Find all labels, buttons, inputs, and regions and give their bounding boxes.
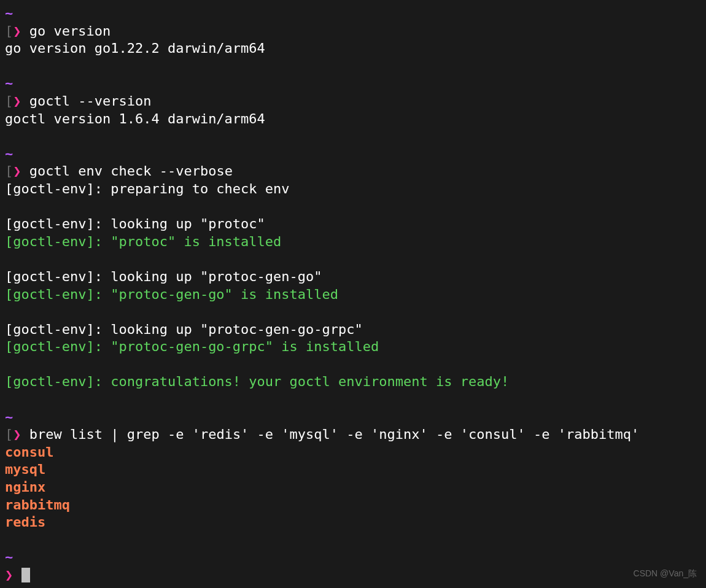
brew-result-redis: redis	[5, 514, 701, 532]
watermark: CSDN @Van_陈	[634, 568, 697, 579]
brew-result-mysql: mysql	[5, 461, 701, 479]
prompt-icon: ❯	[13, 163, 21, 179]
brew-result-consul: consul	[5, 444, 701, 462]
env-protoc-gen-go-grpc-installed: [goctl-env]: "protoc-gen-go-grpc" is ins…	[5, 338, 701, 356]
output-go-version: go version go1.22.2 darwin/arm64	[5, 40, 701, 58]
prompt-icon: ❯	[13, 93, 21, 109]
bracket: [	[5, 23, 13, 39]
env-protoc-installed: [goctl-env]: "protoc" is installed	[5, 233, 701, 251]
env-looking-protoc: [goctl-env]: looking up "protoc"	[5, 215, 701, 233]
prompt-icon: ❯	[13, 427, 21, 442]
brew-result-rabbitmq: rabbitmq	[5, 497, 701, 514]
env-looking-protoc-gen-go-grpc: [goctl-env]: looking up "protoc-gen-go-g…	[5, 321, 701, 339]
tilde-marker: ~	[5, 409, 13, 425]
bracket: [	[5, 93, 13, 109]
cursor[interactable]	[21, 568, 30, 582]
env-congratulations: [goctl-env]: congratulations! your goctl…	[5, 373, 701, 391]
env-protoc-gen-go-installed: [goctl-env]: "protoc-gen-go" is installe…	[5, 286, 701, 304]
tilde-marker: ~	[5, 6, 13, 21]
tilde-marker: ~	[5, 146, 13, 161]
command-goctl-env-check: goctl env check --verbose	[29, 163, 233, 179]
output-goctl-version: goctl version 1.6.4 darwin/arm64	[5, 110, 701, 128]
prompt-icon: ❯	[5, 567, 13, 582]
command-go-version: go version	[29, 23, 111, 39]
tilde-marker: ~	[5, 549, 13, 565]
bracket: [	[5, 163, 13, 179]
command-brew-list: brew list | grep -e 'redis' -e 'mysql' -…	[29, 427, 639, 442]
command-goctl-version: goctl --version	[29, 93, 152, 109]
terminal-output[interactable]: ~ [❯ go version go version go1.22.2 darw…	[5, 5, 701, 584]
bracket: [	[5, 427, 13, 442]
tilde-marker: ~	[5, 75, 13, 91]
brew-result-nginx: nginx	[5, 479, 701, 497]
prompt-icon: ❯	[13, 23, 21, 39]
env-preparing: [goctl-env]: preparing to check env	[5, 180, 701, 198]
env-looking-protoc-gen-go: [goctl-env]: looking up "protoc-gen-go"	[5, 268, 701, 286]
